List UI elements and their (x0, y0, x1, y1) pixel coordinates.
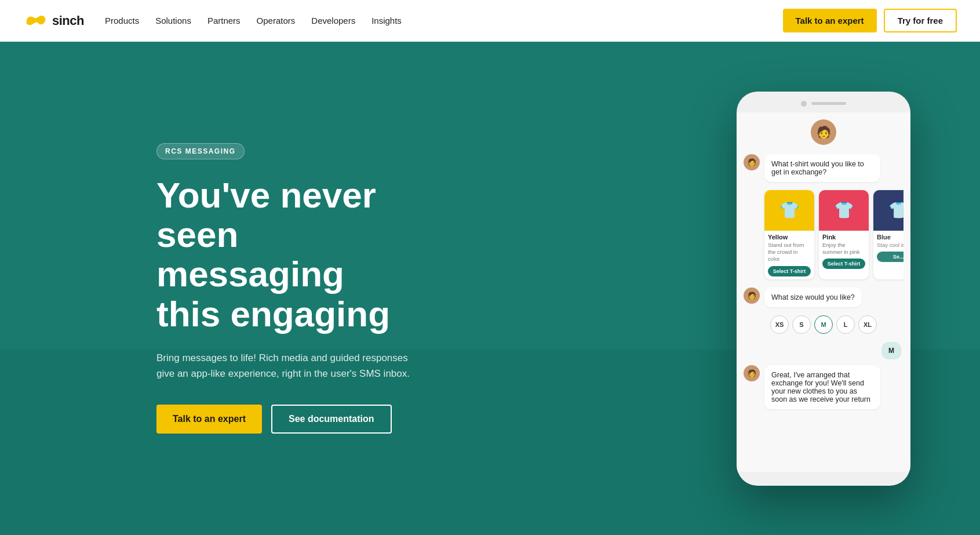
nav-partners[interactable]: Partners (207, 16, 241, 26)
select-blue-button[interactable]: Se... (877, 252, 904, 262)
phone-frame: 🧑 🧑 What t-shirt would you like to get i… (737, 92, 910, 486)
hero-title: You've never seen messaging this engagin… (156, 176, 417, 334)
product-info-blue: Blue Stay cool in blue Se... (873, 231, 904, 265)
phone-screen: 🧑 🧑 What t-shirt would you like to get i… (737, 112, 910, 472)
svg-rect-18 (910, 396, 939, 535)
chat-bubble-3: Great, I've arranged that exchange for y… (764, 365, 880, 409)
nav-left: sinch Products Solutions Partners Operat… (23, 13, 402, 29)
hero-content: RCS MESSAGING You've never seen messagin… (0, 143, 440, 434)
nav-try-free-button[interactable]: Try for free (884, 9, 957, 32)
size-s[interactable]: S (792, 315, 811, 334)
chat-agent-avatar-3: 🧑 (744, 365, 760, 381)
nav-talk-expert-button[interactable]: Talk to an expert (783, 9, 877, 32)
navbar: sinch Products Solutions Partners Operat… (0, 0, 980, 42)
nav-solutions[interactable]: Solutions (155, 16, 191, 26)
product-card-blue: 👕 Blue Stay cool in blue Se... (873, 190, 904, 279)
size-xl[interactable]: XL (858, 315, 877, 334)
logo-text: sinch (52, 13, 84, 28)
select-pink-button[interactable]: Select T-shirt (822, 259, 865, 269)
logo[interactable]: sinch (23, 13, 84, 29)
product-info-pink: Pink Enjoy the summer in pink Select T-s… (819, 231, 869, 272)
chat-bubble-1: What t-shirt would you like to get in ex… (764, 154, 880, 182)
svg-rect-3 (99, 436, 145, 535)
nav-products[interactable]: Products (105, 16, 139, 26)
phone-camera (801, 101, 807, 107)
hero-see-docs-button[interactable]: See documentation (271, 405, 392, 434)
hero-talk-expert-button[interactable]: Talk to an expert (156, 405, 262, 434)
chat-agent-avatar-2: 🧑 (744, 287, 760, 304)
chat-bot-avatar: 🧑 (811, 119, 836, 145)
chat-bubble-2: What size would you like? (764, 287, 862, 307)
nav-links: Products Solutions Partners Operators De… (105, 16, 402, 26)
hero-buttons: Talk to an expert See documentation (156, 405, 417, 434)
product-image-pink: 👕 (819, 190, 869, 231)
hero-subtitle: Bring messages to life! Rich media and g… (156, 350, 417, 381)
chat-message-3: 🧑 Great, I've arranged that exchange for… (744, 365, 904, 409)
svg-rect-10 (388, 442, 423, 535)
svg-rect-19 (945, 431, 980, 535)
logo-icon (23, 13, 48, 29)
chat-body: 🧑 What t-shirt would you like to get in … (737, 150, 910, 414)
product-info-yellow: Yellow Stand out from the crowd in color… (764, 231, 814, 279)
product-image-yellow: 👕 (764, 190, 814, 231)
chat-agent-avatar-1: 🧑 (744, 154, 760, 170)
chat-header: 🧑 (737, 112, 910, 150)
nav-right: Talk to an expert Try for free (783, 9, 957, 32)
product-card-pink: 👕 Pink Enjoy the summer in pink Select T… (819, 190, 869, 279)
user-reply-row: M (744, 342, 904, 359)
svg-rect-11 (637, 425, 669, 535)
nav-developers[interactable]: Developers (311, 16, 355, 26)
size-m[interactable]: M (814, 315, 833, 334)
svg-rect-1 (29, 419, 64, 535)
hero-section: RCS MESSAGING You've never seen messagin… (0, 42, 980, 535)
svg-rect-12 (675, 402, 698, 535)
chat-message-1: 🧑 What t-shirt would you like to get in … (744, 154, 904, 182)
nav-insights[interactable]: Insights (371, 16, 402, 26)
product-image-blue: 👕 (873, 190, 904, 231)
phone-notch (737, 101, 910, 107)
chat-message-2: 🧑 What size would you like? (744, 287, 904, 307)
size-l[interactable]: L (836, 315, 855, 334)
product-card-yellow: 👕 Yellow Stand out from the crowd in col… (764, 190, 814, 279)
size-selector: XS S M L XL (744, 313, 904, 336)
phone-speaker (811, 102, 846, 105)
product-cards-row: 👕 Yellow Stand out from the crowd in col… (744, 188, 904, 282)
nav-operators[interactable]: Operators (257, 16, 296, 26)
phone-mockup: 🧑 🧑 What t-shirt would you like to get i… (737, 92, 910, 486)
select-yellow-button[interactable]: Select T-shirt (768, 266, 811, 276)
svg-rect-6 (232, 431, 258, 535)
size-xs[interactable]: XS (770, 315, 789, 334)
hero-badge: RCS MESSAGING (156, 143, 245, 159)
user-reply-bubble: M (881, 342, 901, 359)
